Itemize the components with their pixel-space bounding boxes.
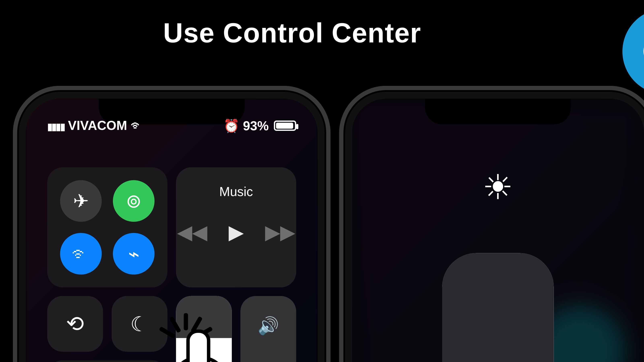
music-tile[interactable]: Music ◀◀ ▶ ▶▶: [176, 167, 296, 287]
brightness-slider[interactable]: ☀︎: [176, 296, 232, 362]
connectivity-tile[interactable]: ✈︎ ⊚ ᯤ ⌁: [47, 167, 168, 287]
prev-track-icon[interactable]: ◀◀: [177, 220, 207, 244]
music-label: Music: [176, 184, 296, 199]
screen-mirroring-button[interactable]: ⌧ Screen Mirroring: [47, 361, 168, 362]
cellular-data-button[interactable]: ⊚: [113, 180, 154, 222]
heading-control-center: Use Control Center: [163, 17, 421, 49]
play-icon[interactable]: ▶: [228, 220, 244, 244]
next-track-icon[interactable]: ▶▶: [265, 220, 295, 244]
phone-brightness-expanded: ☀︎ ◐ Night Shift Off Until Sunset ☀︎ Tru…: [339, 86, 644, 362]
battery-text: ⏰ 93%: [224, 118, 269, 133]
volume-icon: 🔊: [240, 316, 296, 336]
bluetooth-button[interactable]: ⌁: [113, 233, 154, 275]
do-not-disturb-button[interactable]: ☾: [112, 296, 168, 352]
status-bar: VIVACOM ᯤ ⏰ 93%: [26, 115, 318, 137]
wifi-icon: ᯤ: [130, 118, 144, 132]
battery-icon: [274, 120, 296, 131]
or-badge: OR: [622, 9, 644, 94]
carrier-label: VIVACOM ᯤ: [47, 118, 144, 133]
brightness-sun-icon: ☀︎: [352, 167, 644, 207]
rotation-lock-button[interactable]: ⟲: [47, 296, 103, 352]
phone-control-center: VIVACOM ᯤ ⏰ 93% ✈︎ ⊚ ᯤ ⌁ Music ◀◀: [13, 86, 330, 362]
signal-icon: [47, 118, 64, 132]
brightness-large-slider[interactable]: [442, 253, 554, 362]
volume-slider[interactable]: 🔊: [240, 296, 296, 362]
airplane-mode-button[interactable]: ✈︎: [60, 180, 102, 222]
wifi-button[interactable]: ᯤ: [60, 233, 102, 275]
